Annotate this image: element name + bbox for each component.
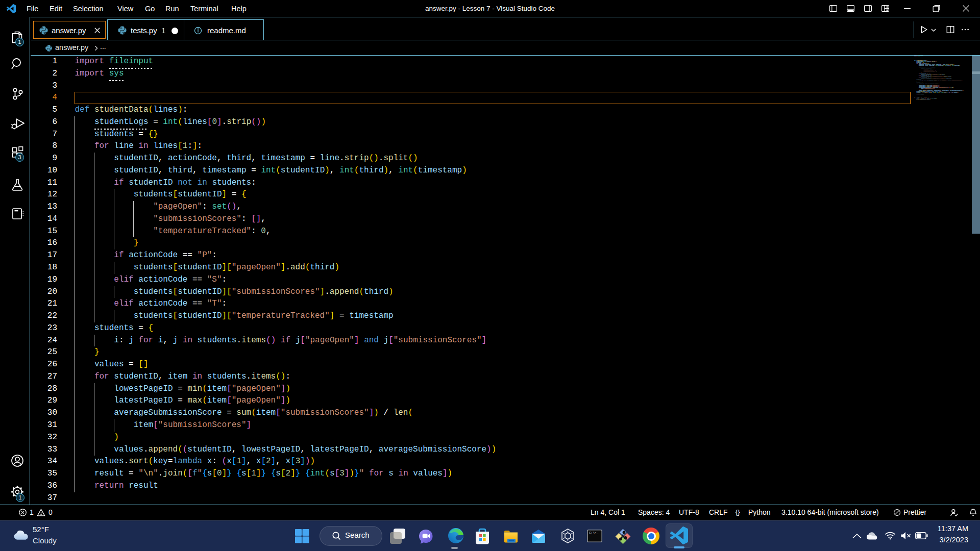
svg-text:C:\>_: C:\>_ xyxy=(589,531,598,535)
